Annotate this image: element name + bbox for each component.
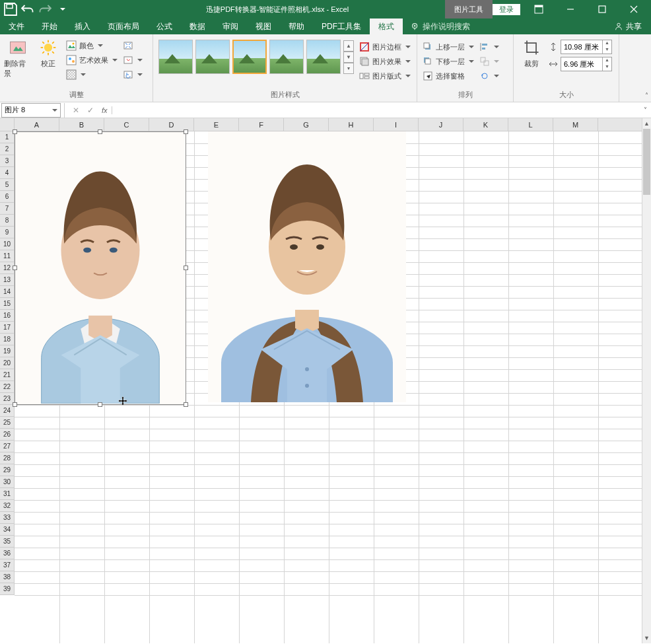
row-header[interactable]: 9 — [0, 227, 15, 238]
col-header[interactable]: I — [374, 118, 419, 131]
tab-页面布局[interactable]: 页面布局 — [99, 18, 148, 34]
row-header[interactable]: 26 — [0, 429, 15, 441]
row-header[interactable]: 16 — [0, 310, 15, 322]
tab-视图[interactable]: 视图 — [247, 18, 280, 34]
row-header[interactable]: 27 — [0, 441, 15, 452]
scrollbar-thumb[interactable] — [643, 129, 650, 195]
reset-picture-icon[interactable] — [121, 67, 144, 82]
picture-style-gallery[interactable]: ▲▼▾ — [157, 37, 355, 77]
formula-bar[interactable] — [115, 103, 639, 118]
picture-effects-button[interactable]: 图片效果 — [358, 54, 412, 69]
col-header[interactable]: M — [553, 118, 598, 131]
row-header[interactable]: 11 — [0, 250, 15, 262]
row-header[interactable]: 15 — [0, 298, 15, 310]
row-header[interactable]: 17 — [0, 322, 15, 334]
fx-icon[interactable]: fx — [102, 106, 112, 114]
col-header[interactable]: L — [508, 118, 553, 131]
tab-格式[interactable]: 格式 — [370, 18, 403, 34]
col-header[interactable]: K — [463, 118, 508, 131]
change-picture-icon[interactable] — [121, 53, 144, 67]
group-icon[interactable] — [478, 54, 500, 69]
row-header[interactable]: 5 — [0, 179, 15, 191]
col-header[interactable]: J — [419, 118, 463, 131]
row-header[interactable]: 3 — [0, 155, 15, 167]
maximize-icon[interactable] — [589, 0, 615, 18]
col-header[interactable]: H — [329, 118, 374, 131]
qat-customize-icon[interactable] — [54, 1, 70, 17]
row-header[interactable]: 21 — [0, 369, 15, 381]
row-header[interactable]: 28 — [0, 452, 15, 464]
row-header[interactable]: 32 — [0, 500, 15, 512]
col-header[interactable]: A — [15, 118, 59, 131]
name-box[interactable]: 图片 8 — [1, 103, 61, 118]
row-header[interactable]: 39 — [0, 583, 15, 595]
cancel-icon[interactable]: ✕ — [73, 106, 79, 115]
row-header[interactable]: 14 — [0, 286, 15, 298]
col-header[interactable]: C — [104, 118, 149, 131]
close-icon[interactable] — [621, 0, 647, 18]
row-header[interactable]: 22 — [0, 381, 15, 393]
row-header[interactable]: 33 — [0, 512, 15, 524]
row-header[interactable]: 30 — [0, 476, 15, 488]
align-icon[interactable] — [478, 40, 500, 54]
tab-审阅[interactable]: 审阅 — [214, 18, 247, 34]
selection-pane-button[interactable]: 选择窗格 — [421, 69, 475, 83]
style-thumb[interactable] — [158, 40, 193, 74]
tab-公式[interactable]: 公式 — [148, 18, 181, 34]
color-button[interactable]: 颜色 — [65, 38, 119, 53]
row-header[interactable]: 8 — [0, 215, 15, 227]
ribbon-options-icon[interactable] — [526, 0, 552, 18]
enter-icon[interactable]: ✓ — [87, 106, 94, 115]
compress-pictures-icon[interactable] — [121, 38, 144, 53]
tab-文件[interactable]: 文件 — [0, 18, 33, 34]
row-header[interactable]: 37 — [0, 559, 15, 571]
row-header[interactable]: 35 — [0, 536, 15, 548]
style-thumb-selected[interactable] — [232, 40, 267, 74]
embedded-picture[interactable] — [208, 131, 406, 402]
height-input[interactable]: 10.98 厘米▲▼ — [561, 40, 612, 54]
tab-数据[interactable]: 数据 — [181, 18, 214, 34]
row-header[interactable]: 31 — [0, 488, 15, 500]
row-header[interactable]: 34 — [0, 524, 15, 536]
row-header[interactable]: 2 — [0, 143, 15, 155]
col-header[interactable]: G — [284, 118, 329, 131]
width-input[interactable]: 6.96 厘米▲▼ — [561, 57, 612, 71]
minimize-icon[interactable] — [557, 0, 584, 18]
formula-bar-expand-icon[interactable]: ˅ — [639, 106, 651, 114]
share-button[interactable]: 共享 — [614, 21, 651, 32]
row-header[interactable]: 38 — [0, 571, 15, 583]
rotate-icon[interactable] — [478, 69, 500, 83]
tab-PDF工具集[interactable]: PDF工具集 — [313, 18, 370, 34]
tab-开始[interactable]: 开始 — [33, 18, 66, 34]
col-header[interactable]: E — [194, 118, 239, 131]
send-backward-button[interactable]: 下移一层 — [421, 54, 475, 69]
style-thumb[interactable] — [269, 40, 304, 74]
transparency-button[interactable] — [65, 67, 119, 82]
tab-帮助[interactable]: 帮助 — [280, 18, 313, 34]
picture-border-button[interactable]: 图片边框 — [358, 40, 412, 54]
undo-icon[interactable] — [20, 1, 36, 17]
row-header[interactable]: 36 — [0, 548, 15, 559]
artistic-effects-button[interactable]: 艺术效果 — [65, 53, 119, 67]
row-header[interactable]: 10 — [0, 238, 15, 250]
col-header[interactable]: F — [239, 118, 284, 131]
row-header[interactable]: 18 — [0, 334, 15, 345]
crop-button[interactable]: 裁剪 — [518, 37, 545, 69]
remove-background-button[interactable]: 删除背景 — [4, 37, 32, 79]
save-icon[interactable] — [3, 1, 18, 17]
row-header[interactable]: 6 — [0, 191, 15, 203]
style-thumb[interactable] — [195, 40, 230, 74]
worksheet[interactable]: ABCDEFGHIJKLM 12345678910111213141516171… — [0, 118, 651, 643]
row-header[interactable]: 20 — [0, 357, 15, 369]
login-button[interactable]: 登录 — [493, 4, 520, 15]
row-header[interactable]: 7 — [0, 203, 15, 215]
tell-me[interactable]: 操作说明搜索 — [403, 21, 470, 32]
tab-插入[interactable]: 插入 — [66, 18, 99, 34]
collapse-ribbon-icon[interactable]: ˄ — [645, 92, 648, 99]
style-thumb[interactable] — [306, 40, 341, 74]
selected-picture[interactable] — [15, 131, 186, 405]
row-header[interactable]: 29 — [0, 464, 15, 476]
row-header[interactable]: 19 — [0, 345, 15, 357]
row-header[interactable]: 25 — [0, 417, 15, 429]
row-header[interactable]: 4 — [0, 167, 15, 179]
